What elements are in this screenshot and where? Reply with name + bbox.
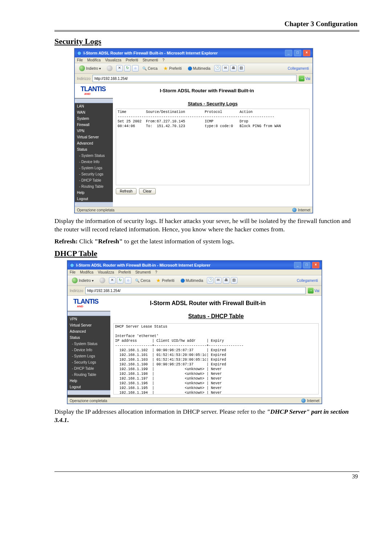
ie-icon	[77, 51, 82, 56]
sidebar-item-security-logs[interactable]: - Security Logs	[75, 171, 113, 177]
home-button[interactable]: ⌂	[125, 277, 131, 284]
sidebar-item-virtual-server[interactable]: Virtual Server	[68, 322, 110, 328]
sidebar-item-system-status[interactable]: - System Status	[75, 153, 113, 159]
sidebar-item-logout[interactable]: Logout	[68, 384, 110, 390]
sidebar-item-firewall[interactable]: Firewall	[75, 122, 113, 128]
address-input[interactable]	[93, 75, 297, 82]
scroll-down[interactable]: ▾	[75, 202, 113, 207]
sidebar-item-logout[interactable]: Logout	[75, 196, 113, 202]
history-button[interactable]: 🕑	[214, 65, 221, 72]
edit-button[interactable]: ▧	[238, 65, 245, 72]
banner-title: I-Storm ADSL Router with Firewall Built-…	[108, 88, 306, 96]
menu-help[interactable]: ?	[162, 58, 164, 62]
search-button[interactable]: 🔍 Cerca	[140, 64, 160, 72]
status-bar: Operazione completata Internet	[75, 207, 313, 213]
close-button[interactable]: ×	[303, 50, 310, 56]
go-button[interactable]: →Vai	[299, 76, 310, 81]
refresh-button[interactable]: ↻	[124, 65, 131, 72]
maximize-button[interactable]: □	[303, 262, 310, 268]
edit-button[interactable]: ▧	[231, 277, 237, 284]
menu-file[interactable]: File	[77, 58, 83, 62]
section-heading-security-logs: Security Logs	[54, 37, 359, 46]
scroll-down[interactable]: ▾	[68, 390, 110, 395]
print-button[interactable]: 🖶	[223, 277, 229, 284]
refresh-button[interactable]: ↻	[117, 277, 123, 284]
minimize-button[interactable]: _	[294, 262, 301, 268]
menu-strumenti[interactable]: Strumenti	[135, 270, 151, 274]
media-button[interactable]: 🔵 Multimedia	[185, 64, 213, 72]
forward-button[interactable]	[105, 64, 115, 72]
sidebar-item-help[interactable]: Help	[68, 378, 110, 384]
sidebar-item-vpn[interactable]: VPN	[75, 128, 113, 134]
address-bar: Indirizzo →Vai	[68, 286, 322, 296]
mail-button[interactable]: ✉	[222, 65, 229, 72]
scroll-up[interactable]: ▴	[75, 98, 113, 103]
atlantis-logo: TLANTIS AND	[81, 86, 106, 97]
sidebar-item-system-status[interactable]: - System Status	[68, 341, 110, 347]
menu-visualizza[interactable]: Visualizza	[105, 58, 121, 62]
sidebar-item-vpn[interactable]: VPN	[68, 316, 110, 322]
refresh-button[interactable]: Refresh	[116, 188, 136, 194]
menu-modifica[interactable]: Modifica	[87, 58, 101, 62]
forward-button[interactable]	[97, 276, 107, 284]
back-button[interactable]: Indietro ▾	[77, 64, 103, 72]
sidebar-item-system[interactable]: System	[75, 116, 113, 122]
sidebar-item-device-info[interactable]: - Device Info	[75, 159, 113, 165]
sidebar-item-virtual-server[interactable]: Virtual Server	[75, 134, 113, 140]
screenshot-dhcp-table: I-Storm ADSL Router with Firewall Built-…	[67, 260, 322, 404]
sidebar-item-security-logs[interactable]: - Security Logs	[68, 359, 110, 365]
menu-preferiti[interactable]: Preferiti	[118, 270, 131, 274]
main-panel: Status - DHCP Table DHCP Server Lease St…	[110, 311, 322, 397]
toolbar: Indietro ▾ ✕ ↻ ⌂ 🔍 Cerca ★Preferiti 🔵 Mu…	[68, 275, 322, 286]
menubar: File Modifica Visualizza Preferiti Strum…	[75, 57, 313, 63]
sidebar-item-routing-table[interactable]: - Routing Table	[75, 183, 113, 190]
security-log-box: Time Source/Destination Protocol Action …	[116, 109, 310, 185]
menu-visualizza[interactable]: Visualizza	[98, 270, 114, 274]
sidebar-item-dhcp-table[interactable]: - DHCP Table	[68, 365, 110, 372]
close-button[interactable]: ×	[312, 262, 319, 268]
footer-rule	[54, 471, 359, 472]
status-title-security-logs: Status - Security Logs	[116, 101, 310, 106]
menu-preferiti[interactable]: Preferiti	[126, 58, 138, 62]
sidebar-item-advanced[interactable]: Advanced	[75, 140, 113, 146]
sidebar-item-status[interactable]: Status	[75, 146, 113, 153]
minimize-button[interactable]: _	[285, 50, 292, 56]
atlantis-logo: TLANTIS AND	[73, 299, 98, 309]
mail-button[interactable]: ✉	[215, 277, 221, 284]
sidebar-item-dhcp-table[interactable]: - DHCP Table	[75, 177, 113, 183]
clear-button[interactable]: Clear	[139, 188, 156, 194]
sidebar-item-wan[interactable]: WAN	[75, 109, 113, 116]
sidebar-item-device-info[interactable]: - Device Info	[68, 347, 110, 353]
menu-strumenti[interactable]: Strumenti	[143, 58, 158, 62]
print-button[interactable]: 🖶	[230, 65, 237, 72]
sidebar-item-lan[interactable]: LAN	[75, 103, 113, 109]
sidebar-item-routing-table[interactable]: - Routing Table	[68, 372, 110, 378]
search-button[interactable]: 🔍 Cerca	[133, 276, 152, 284]
status-text: Operazione completata	[77, 208, 114, 212]
scroll-up[interactable]: ▴	[68, 311, 110, 316]
sidebar-item-advanced[interactable]: Advanced	[68, 328, 110, 335]
stop-button[interactable]: ✕	[116, 65, 123, 72]
favorites-button[interactable]: ★Preferiti	[161, 64, 184, 72]
favorites-button[interactable]: ★Preferiti	[154, 276, 176, 284]
back-button[interactable]: Indietro ▾	[70, 276, 96, 284]
media-button[interactable]: 🔵 Multimedia	[178, 276, 205, 284]
home-button[interactable]: ⌂	[132, 65, 139, 72]
links-label[interactable]: Collegamenti	[297, 279, 318, 283]
links-label[interactable]: Collegamenti	[288, 66, 309, 70]
sidebar-item-system-logs[interactable]: - System Logs	[68, 353, 110, 359]
menu-help[interactable]: ?	[155, 270, 157, 274]
sidebar-item-help[interactable]: Help	[75, 190, 113, 196]
content-area: ▴ LAN WAN System Firewall VPN Virtual Se…	[75, 98, 313, 207]
body-text-1: Display the information of security logs…	[54, 217, 359, 234]
menu-modifica[interactable]: Modifica	[80, 270, 93, 274]
ie-icon	[70, 263, 74, 268]
sidebar-item-system-logs[interactable]: - System Logs	[75, 165, 113, 171]
maximize-button[interactable]: □	[294, 50, 301, 56]
stop-button[interactable]: ✕	[109, 277, 115, 284]
go-button[interactable]: →Vai	[308, 288, 319, 293]
menu-file[interactable]: File	[70, 270, 75, 274]
sidebar-item-status[interactable]: Status	[68, 335, 110, 341]
address-input[interactable]	[85, 287, 306, 294]
history-button[interactable]: 🕑	[207, 277, 213, 284]
